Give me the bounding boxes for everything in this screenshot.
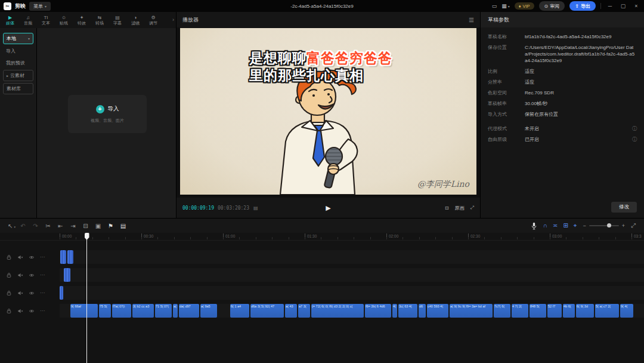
player-menu-icon[interactable]: ☰ <box>469 17 474 23</box>
tab-filters[interactable]: ◑滤镜 <box>126 15 144 26</box>
fullscreen-icon[interactable]: ⤢ <box>470 205 474 211</box>
hide-icon[interactable] <box>29 290 35 296</box>
diamond-icon: ♦ <box>519 4 521 9</box>
timeline-toggles: ∩≍⊞⌖ <box>543 222 577 229</box>
grid-layout-icon[interactable]: ▦▾ <box>501 3 510 9</box>
import-card[interactable]: + 导入 视频、音频、图片 <box>68 95 147 133</box>
ruler-label: 03:00 <box>550 233 562 239</box>
filters-icon: ◑ <box>134 15 137 21</box>
mute-icon[interactable] <box>17 272 23 278</box>
tab-sticker[interactable]: ☺贴纸 <box>55 15 73 26</box>
select-tool-icon[interactable]: ↖▾ <box>5 223 16 229</box>
import-button[interactable]: + 导入 <box>96 105 119 113</box>
review-button[interactable]: ⊙审阅 <box>539 1 565 11</box>
undo-icon[interactable]: ↶ <box>17 223 29 229</box>
preview-axis-icon[interactable]: ⌖ <box>574 222 577 229</box>
ruler-label: 02:30 <box>468 233 480 239</box>
tab-text[interactable]: TI文本 <box>37 15 55 26</box>
more-icon[interactable]: ⋯ <box>40 308 45 313</box>
tabs-overflow-icon[interactable]: › <box>172 17 174 23</box>
timeline-zoom-slider[interactable] <box>589 225 619 226</box>
play-button[interactable]: ▶ <box>326 204 330 212</box>
mute-icon[interactable] <box>17 254 23 260</box>
timeline-toolbar-left: ↖▾↶↷✂⇤⇥⊟▣⚑▤ <box>5 223 129 229</box>
lock-icon[interactable] <box>6 254 12 260</box>
clip[interactable] <box>67 250 73 264</box>
redo-icon[interactable]: ↷ <box>30 223 41 229</box>
hide-icon[interactable] <box>29 272 35 278</box>
zoom-out-icon[interactable]: − <box>583 223 586 229</box>
draft-params-panel: 草稿参数 草稿名称bf1a1b7d-fa2c-4ad5-a5a4-24a15f0… <box>481 12 644 218</box>
playhead[interactable] <box>86 233 87 363</box>
tab-captions[interactable]: ▤字幕 <box>109 15 126 26</box>
clip[interactable] <box>64 268 70 282</box>
export-button[interactable]: ⇧导出 <box>569 1 596 11</box>
library-sidebar: 本地▾导入我的预设▸云素材素材库 <box>0 28 37 218</box>
timeline-ruler[interactable]: 00:0000:3001:0001:3002:0002:3003:0003:3 <box>0 233 644 241</box>
lock-icon[interactable] <box>6 308 12 314</box>
info-icon[interactable]: ⓘ <box>632 136 637 143</box>
mute-icon[interactable] <box>17 290 23 296</box>
zoom-slider-thumb[interactable] <box>607 223 611 227</box>
param-row-frame-rate: 草稿帧率30.00帧/秒 <box>488 100 637 107</box>
tab-transitions[interactable]: ⇆转场 <box>91 15 109 26</box>
info-icon[interactable]: ⓘ <box>632 125 637 132</box>
panel-layout-icon[interactable]: ▭ <box>492 3 497 9</box>
flag-icon[interactable]: ⚑ <box>105 223 116 229</box>
adjust-icon: ⚙ <box>151 15 155 21</box>
sidebar-item-import[interactable]: 导入 <box>3 46 33 56</box>
close-button[interactable]: × <box>632 3 640 9</box>
tracks-area[interactable]: 9( 66af75 5(f7a( 07(i3( b2 cc a371 5( 07… <box>60 241 644 363</box>
more-icon[interactable]: ⋯ <box>40 254 45 260</box>
document-title: -2c-4ad5-a5a4-24a15f0c32e9 <box>290 4 353 9</box>
split-icon[interactable]: ✂ <box>42 223 54 229</box>
linkage-icon[interactable]: ⊞ <box>563 222 568 229</box>
trim-right-icon[interactable]: ⇥ <box>67 223 79 229</box>
sidebar-item-my-presets[interactable]: 我的预设 <box>3 58 33 68</box>
text-icon: TI <box>44 15 48 21</box>
hide-icon[interactable] <box>29 308 35 314</box>
tab-effects[interactable]: ✦特效 <box>73 15 91 26</box>
caret-down-icon: ▾ <box>28 36 30 41</box>
sidebar-item-library[interactable]: 素材库 <box>3 83 33 94</box>
clip[interactable] <box>60 250 66 264</box>
lock-icon[interactable] <box>6 290 12 296</box>
modify-button[interactable]: 修改 <box>611 202 637 213</box>
delete-icon[interactable]: ⊟ <box>80 223 91 229</box>
sidebar-item-local[interactable]: 本地▾ <box>3 33 33 44</box>
export-icon: ⇧ <box>575 4 579 9</box>
lock-icon[interactable] <box>6 272 12 278</box>
caption-highlight: 富爸爸穷爸爸 <box>306 50 392 66</box>
more-icon[interactable]: ⋯ <box>40 290 45 296</box>
tab-media[interactable]: ▶媒体 <box>1 15 19 26</box>
tab-audio[interactable]: ♫音频 <box>19 15 37 26</box>
hide-icon[interactable] <box>29 254 35 260</box>
maximize-button[interactable]: ▢ <box>619 3 627 9</box>
quality-button[interactable]: 原画 <box>455 205 465 211</box>
trim-left-icon[interactable]: ⇤ <box>55 223 66 229</box>
auto-snap-icon[interactable]: ≍ <box>553 222 558 229</box>
sidebar-item-cloud[interactable]: ▸云素材 <box>3 70 33 81</box>
zoom-in-icon[interactable]: + <box>622 223 625 229</box>
snapshot-icon[interactable]: ▤ <box>117 223 129 229</box>
record-voiceover-icon[interactable] <box>531 222 537 230</box>
vip-badge[interactable]: ♦VIP <box>515 2 534 10</box>
main-track-magnet-icon[interactable]: ∩ <box>543 222 547 229</box>
video-preview[interactable]: 是想聊聊富爸爸穷爸爸 里的那些扎心真相 @李同学Lino <box>180 28 476 195</box>
fit-timeline-icon[interactable]: ⤢ <box>631 222 636 229</box>
minimize-button[interactable]: ─ <box>606 3 614 9</box>
ratio-icon[interactable]: ⊡ <box>445 205 449 211</box>
track-lane-text-2 <box>60 268 644 282</box>
ruler-label: 02:00 <box>386 233 398 239</box>
clip[interactable] <box>60 286 63 300</box>
track-lane-text-1 <box>60 250 644 264</box>
freeze-frame-icon[interactable]: ▣ <box>92 223 104 229</box>
player-controls: 00:00:09:19 00:03:20:23 ▤ ▶ ⊡ 原画 ⤢ <box>177 198 480 218</box>
param-row-import-mode: 导入方式保留在原有位置 <box>488 111 637 118</box>
player-options-icon[interactable]: ▤ <box>253 205 258 211</box>
more-icon[interactable]: ⋯ <box>40 272 45 278</box>
tab-adjust[interactable]: ⚙调节 <box>144 15 162 26</box>
mute-icon[interactable] <box>17 308 23 314</box>
menu-button[interactable]: 菜单▾ <box>29 2 51 11</box>
track-header-text-3: ⋯ <box>0 286 60 300</box>
